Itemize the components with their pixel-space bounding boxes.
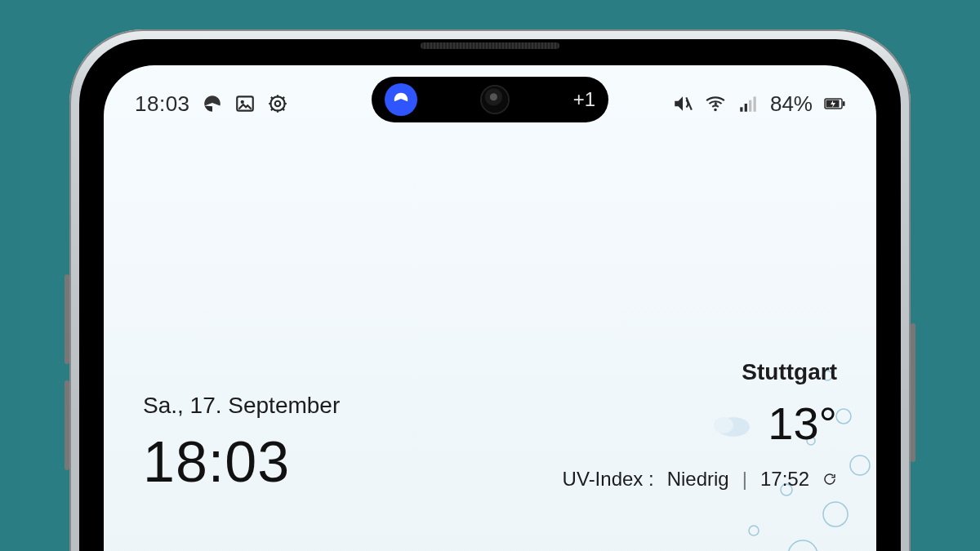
svg-rect-41 [740,107,742,111]
vibrate-mode-icon [672,93,693,114]
svg-line-35 [270,97,272,99]
island-app-badge [385,83,417,116]
refresh-icon[interactable] [822,472,837,487]
front-camera [482,87,508,113]
uv-index-label: UV-Index : [563,468,654,491]
clock-time: 18:03 [143,433,340,491]
settings-notification-icon [267,93,288,114]
battery-percentage: 84% [770,91,813,117]
clock-widget[interactable]: Sa., 17. September 18:03 [143,393,340,491]
screen: 18:03 [104,65,876,551]
earpiece-speaker [421,42,559,49]
weather-widget[interactable]: Stuttgart 13° UV-Index : Niedrig | 17:52 [563,359,837,491]
svg-rect-43 [749,100,751,112]
weather-updated-time: 17:52 [760,468,809,491]
svg-point-30 [274,101,280,107]
volume-up-button[interactable] [65,274,69,364]
svg-point-7 [788,540,817,551]
divider: | [742,468,747,491]
svg-point-5 [823,502,848,527]
svg-line-37 [270,109,272,110]
weather-city: Stuttgart [563,359,837,385]
phone-bezel: 18:03 [79,39,901,551]
svg-point-28 [240,100,243,104]
volume-down-button[interactable] [65,380,69,470]
uv-index-value: Niedrig [667,468,729,491]
battery-charging-icon [824,93,845,114]
cellular-signal-icon [737,93,759,114]
svg-point-49 [714,417,733,433]
status-bar-left: 18:03 [135,91,288,117]
island-count: +1 [573,88,595,111]
cloud-icon [709,409,753,438]
svg-rect-42 [745,104,747,112]
home-screen: Sa., 17. September 18:03 Stuttgart 13° [104,359,876,491]
dynamic-island[interactable]: +1 [372,77,608,122]
statusbar-clock: 18:03 [135,91,190,117]
clock-date: Sa., 17. September [143,393,340,419]
wifi-icon [705,93,726,114]
svg-rect-46 [843,101,845,106]
svg-rect-44 [753,96,755,111]
power-button[interactable] [911,323,915,462]
svg-line-38 [282,97,283,99]
phone-frame: 18:03 [69,29,911,551]
weather-temperature: 13° [768,397,837,450]
svg-point-40 [714,109,716,111]
app-notification-icon [202,93,223,114]
svg-line-36 [282,109,283,110]
status-bar-right: 84% [672,91,845,117]
svg-point-6 [749,526,759,535]
gallery-notification-icon [234,93,256,114]
